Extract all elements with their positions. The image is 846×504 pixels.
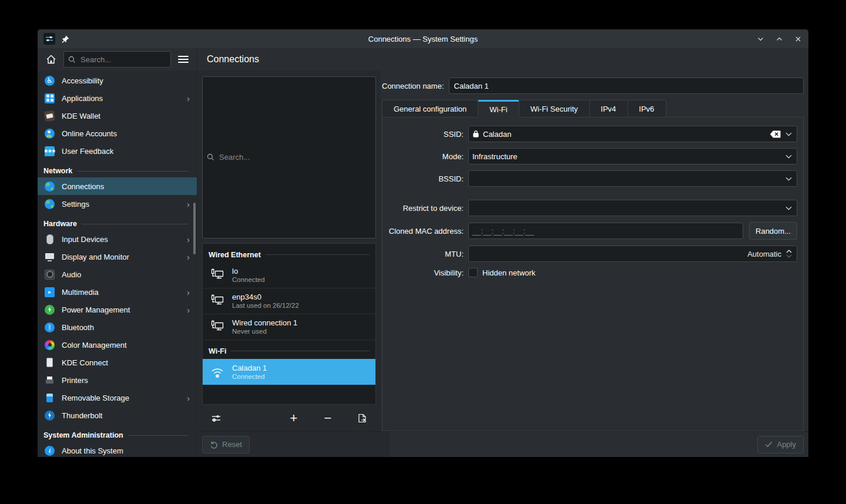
spin-down-icon[interactable] <box>786 254 792 258</box>
maximize-button[interactable] <box>774 34 784 43</box>
tab-ipv6[interactable]: IPv6 <box>627 100 666 117</box>
sidebar-item-label: Settings <box>62 200 180 209</box>
chevron-right-icon: › <box>187 394 191 402</box>
tab-general-configuration[interactable]: General configuration <box>382 100 478 117</box>
sidebar-item-thunderbolt[interactable]: Thunderbolt <box>38 406 197 424</box>
tab-wifi[interactable]: Wi-Fi <box>478 100 519 117</box>
sidebar-item-label: User Feedback <box>62 147 191 156</box>
sidebar-item-display-and-monitor[interactable]: Display and Monitor › <box>38 248 197 266</box>
sidebar-item-connections[interactable]: Connections <box>38 177 197 195</box>
add-connection-button[interactable]: + <box>288 412 300 424</box>
sidebar-item-multimedia[interactable]: ▸ Multimedia › <box>38 283 197 301</box>
tab-ipv4[interactable]: IPv4 <box>589 100 627 117</box>
applications-icon <box>45 93 55 103</box>
configure-icon[interactable] <box>210 412 222 424</box>
connection-item-caladan-1[interactable]: Caladan 1 Connected <box>203 359 375 385</box>
sidebar-item-printers[interactable]: Printers <box>38 371 197 389</box>
search-icon <box>207 153 214 161</box>
remove-connection-button[interactable]: − <box>322 412 334 424</box>
sidebar-search-input[interactable] <box>79 55 166 65</box>
menu-icon[interactable] <box>176 52 191 67</box>
mtu-spinbox[interactable]: Automatic <box>468 246 797 262</box>
sidebar-item-applications[interactable]: Applications › <box>38 89 197 107</box>
bssid-combobox[interactable] <box>468 170 797 187</box>
group-header-wired-ethernet: Wired Ethernet <box>203 244 375 263</box>
chevron-down-icon[interactable] <box>784 132 793 136</box>
kde-wallet-icon <box>44 110 55 122</box>
close-button[interactable] <box>793 34 803 43</box>
sidebar-item-label: KDE Connect <box>62 358 191 367</box>
hidden-network-checkbox[interactable] <box>468 268 478 277</box>
online-accounts-icon <box>45 129 55 139</box>
home-button[interactable] <box>43 52 59 67</box>
color-wheel-icon <box>45 340 55 350</box>
pin-icon[interactable] <box>61 35 70 43</box>
sidebar-section-system-administration: System Administration <box>38 429 197 442</box>
mode-combobox[interactable]: Infrastructure <box>468 148 797 164</box>
sidebar-item-user-feedback[interactable]: ∗∗∗ User Feedback <box>38 142 197 160</box>
ssid-combobox[interactable]: Caladan <box>468 126 797 142</box>
sidebar-item-accessibility[interactable]: ♿ Accessibility <box>38 72 197 89</box>
connection-item-wired-connection-1[interactable]: Wired connection 1 Never used <box>203 314 375 340</box>
sidebar-item-kde-connect[interactable]: KDE Connect <box>38 354 197 371</box>
mode-value: Infrastructure <box>472 152 781 161</box>
wired-ethernet-icon <box>209 319 226 334</box>
clear-icon[interactable] <box>770 130 781 138</box>
cloned-mac-field[interactable]: __:__:__:__:__:__ <box>468 223 743 239</box>
sidebar-item-network-settings[interactable]: Settings › <box>38 195 197 213</box>
check-icon <box>765 441 773 448</box>
export-connection-button[interactable] <box>356 412 368 424</box>
wifi-tab-panel: SSID: Caladan <box>382 117 804 431</box>
cloned-mac-label: Cloned MAC address: <box>387 227 468 236</box>
connection-status: Connected <box>232 373 267 380</box>
connection-name: enp34s0 <box>232 293 299 301</box>
sidebar-item-removable-storage[interactable]: Removable Storage › <box>38 389 197 406</box>
chevron-down-icon <box>784 154 793 159</box>
sidebar-item-kde-wallet[interactable]: KDE Wallet <box>38 107 197 125</box>
connection-item-enp34s0[interactable]: enp34s0 Last used on 26/12/22 <box>203 288 375 314</box>
sidebar-item-about-this-system[interactable]: i About this System <box>38 442 197 457</box>
chevron-right-icon: › <box>187 235 191 244</box>
sidebar-section-network: Network <box>38 164 197 177</box>
titlebar[interactable]: Connections — System Settings <box>38 29 808 48</box>
minimize-button[interactable] <box>756 34 765 43</box>
chevron-right-icon: › <box>187 94 191 103</box>
sidebar-item-label: KDE Wallet <box>62 112 191 120</box>
connection-status: Last used on 26/12/22 <box>232 302 299 309</box>
restrict-to-device-label: Restrict to device: <box>387 204 468 213</box>
restrict-to-device-combobox[interactable] <box>468 200 797 216</box>
sidebar-scrollbar[interactable] <box>193 203 196 254</box>
accessibility-icon: ♿ <box>45 76 55 86</box>
apply-button[interactable]: Apply <box>757 436 804 453</box>
sidebar-item-label: Bluetooth <box>62 323 191 332</box>
sidebar-item-audio[interactable]: Audio <box>38 266 197 283</box>
user-feedback-icon: ∗∗∗ <box>45 146 55 156</box>
connection-item-lo[interactable]: lo Connected <box>203 263 375 288</box>
editor-tabs: General configuration Wi-Fi Wi-Fi Securi… <box>382 100 804 117</box>
connection-search[interactable] <box>202 76 376 238</box>
random-mac-button[interactable]: Random... <box>749 222 797 240</box>
sidebar-item-label: Thunderbolt <box>62 411 191 420</box>
mouse-icon <box>45 234 55 244</box>
reset-button[interactable]: Reset <box>202 436 250 453</box>
sidebar-item-bluetooth[interactable]: ᛒ Bluetooth <box>38 318 197 336</box>
monitor-icon <box>45 252 55 262</box>
sidebar-search[interactable] <box>63 51 171 68</box>
connection-search-input[interactable] <box>218 152 371 162</box>
sidebar-item-color-management[interactable]: Color Management <box>38 336 197 354</box>
sidebar-item-online-accounts[interactable]: Online Accounts <box>38 125 197 142</box>
connection-name-input[interactable] <box>449 78 804 94</box>
lock-icon <box>472 130 479 138</box>
sidebar-item-input-devices[interactable]: Input Devices › <box>38 230 197 248</box>
bssid-label: BSSID: <box>387 174 468 183</box>
connection-list: Wired Ethernet lo Connected <box>202 243 376 405</box>
tab-wifi-security[interactable]: Wi-Fi Security <box>519 100 589 117</box>
sidebar-item-power-management[interactable]: Power Management › <box>38 301 197 318</box>
globe-icon <box>45 199 55 209</box>
sidebar-item-label: Online Accounts <box>62 129 191 138</box>
desktop: Connections — System Settings <box>0 0 846 504</box>
system-settings-window: Connections — System Settings <box>38 29 808 457</box>
sidebar-item-label: About this System <box>62 446 191 455</box>
sidebar: ♿ Accessibility Applications › KDE Walle… <box>38 70 197 457</box>
spin-up-icon[interactable] <box>786 250 792 253</box>
